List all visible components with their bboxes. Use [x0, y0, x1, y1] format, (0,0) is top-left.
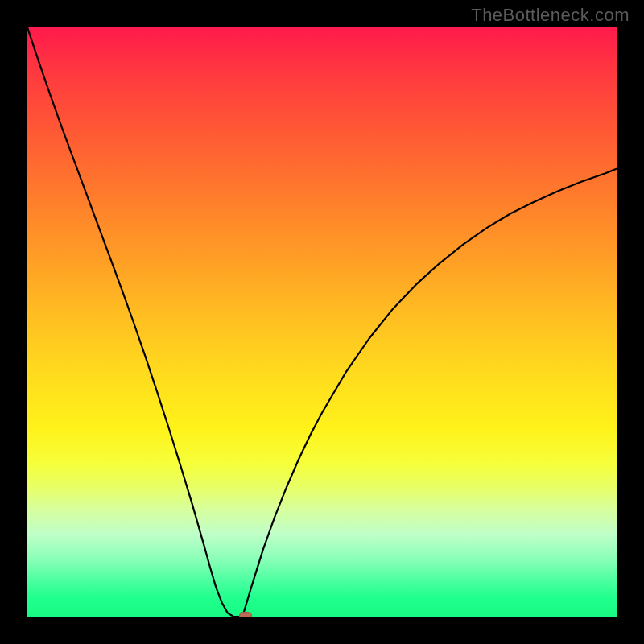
plot-area: [27, 27, 617, 617]
optimal-point-marker: [239, 612, 252, 617]
bottleneck-curve-left: [27, 27, 242, 617]
curve-layer: [27, 27, 617, 617]
watermark-text: TheBottleneck.com: [471, 5, 630, 26]
bottleneck-curve-right: [242, 169, 617, 617]
chart-frame: TheBottleneck.com: [0, 0, 644, 644]
